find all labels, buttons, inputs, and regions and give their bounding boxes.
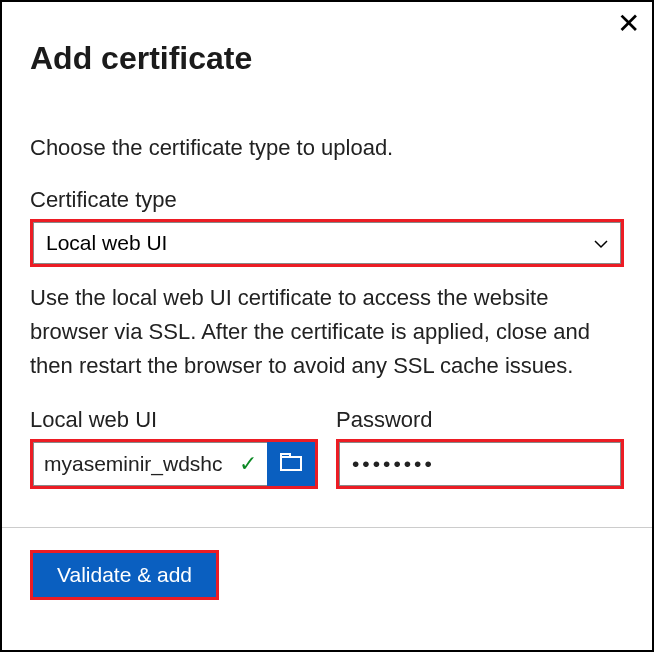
cert-type-selected: Local web UI xyxy=(46,231,167,255)
cert-type-label: Certificate type xyxy=(30,187,624,213)
file-field-highlight: myaseminir_wdshc ✓ xyxy=(30,439,318,489)
dialog-title: Add certificate xyxy=(30,40,624,77)
cert-type-highlight: Local web UI xyxy=(30,219,624,267)
folder-icon xyxy=(279,452,303,476)
validate-add-highlight: Validate & add xyxy=(30,550,219,600)
add-certificate-dialog: ✕ Add certificate Choose the certificate… xyxy=(2,2,652,650)
svg-rect-1 xyxy=(281,454,290,457)
file-input[interactable]: myaseminir_wdshc ✓ xyxy=(33,442,267,486)
browse-button[interactable] xyxy=(267,442,315,486)
chevron-down-icon xyxy=(594,233,608,254)
check-icon: ✓ xyxy=(239,451,257,477)
svg-rect-0 xyxy=(281,457,301,470)
validate-add-button[interactable]: Validate & add xyxy=(33,553,216,597)
instruction-text: Choose the certificate type to upload. xyxy=(30,135,624,161)
dialog-footer: Validate & add xyxy=(30,528,624,600)
cert-type-dropdown[interactable]: Local web UI xyxy=(33,222,621,264)
cert-type-description: Use the local web UI certificate to acce… xyxy=(30,281,624,383)
file-value: myaseminir_wdshc xyxy=(44,452,233,476)
password-field-label: Password xyxy=(336,407,624,433)
password-field-highlight xyxy=(336,439,624,489)
file-field-label: Local web UI xyxy=(30,407,318,433)
close-button[interactable]: ✕ xyxy=(617,10,640,38)
password-input[interactable] xyxy=(339,442,621,486)
